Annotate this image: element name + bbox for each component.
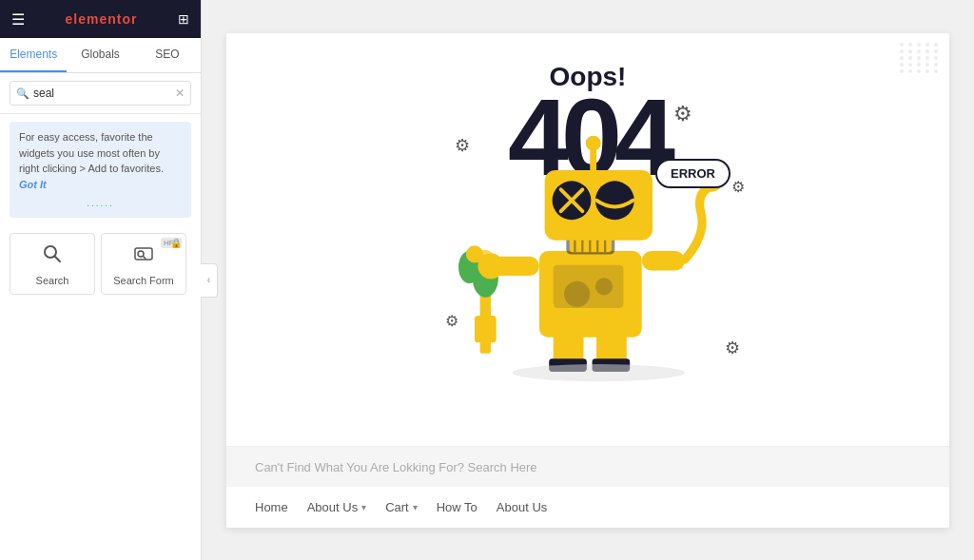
svg-rect-9 bbox=[475, 316, 497, 342]
nav-about-us-2-label: About Us bbox=[497, 500, 547, 514]
lock-icon: 🔒 bbox=[170, 238, 182, 248]
error-illustration: 404 ⚙ ⚙ ⚙ ⚙ ⚙ ERROR bbox=[426, 83, 750, 387]
nav-about-us-1[interactable]: About Us ▾ bbox=[307, 500, 366, 514]
search-hint-text: Can't Find What You Are Lokking For? Sea… bbox=[255, 460, 537, 474]
widget-search-form[interactable]: HFB 🔒 Search Form bbox=[101, 233, 186, 295]
svg-point-37 bbox=[513, 364, 685, 381]
search-widget-icon bbox=[42, 243, 63, 269]
chevron-down-icon-2: ▾ bbox=[413, 502, 418, 512]
elementor-logo: elementor bbox=[66, 11, 138, 27]
search-form-widget-label: Search Form bbox=[113, 275, 174, 286]
clear-icon[interactable]: ✕ bbox=[175, 87, 185, 100]
widget-search[interactable]: Search bbox=[10, 233, 95, 295]
svg-point-21 bbox=[466, 245, 483, 262]
bottom-nav: Home About Us ▾ Cart ▾ How To About Us bbox=[226, 487, 949, 528]
chevron-down-icon-1: ▾ bbox=[361, 502, 366, 512]
error-bubble: ERROR bbox=[655, 159, 730, 188]
svg-rect-19 bbox=[642, 251, 685, 270]
collapse-button[interactable]: ‹ bbox=[201, 263, 218, 298]
tab-seo[interactable]: SEO bbox=[134, 38, 201, 72]
nav-how-to-label: How To bbox=[437, 500, 477, 514]
search-icon: 🔍 bbox=[16, 87, 29, 100]
preview-search-bar[interactable]: Can't Find What You Are Lokking For? Sea… bbox=[226, 446, 949, 487]
tab-globals[interactable]: Globals bbox=[67, 38, 133, 72]
grid-icon[interactable]: ⊞ bbox=[178, 11, 189, 27]
svg-line-4 bbox=[144, 257, 146, 260]
search-wrapper: 🔍 ✕ bbox=[10, 81, 191, 106]
tabs-row: Elements Globals SEO bbox=[0, 38, 201, 73]
search-form-widget-icon bbox=[133, 243, 154, 269]
nav-cart-label: Cart bbox=[385, 500, 409, 514]
search-widget-label: Search bbox=[36, 275, 69, 286]
svg-point-32 bbox=[586, 135, 601, 150]
svg-point-16 bbox=[564, 280, 590, 306]
tip-text: For easy access, favorite the widgets yo… bbox=[19, 131, 164, 174]
svg-point-17 bbox=[595, 278, 613, 295]
tip-box: For easy access, favorite the widgets yo… bbox=[10, 122, 191, 218]
tip-dots: ...... bbox=[19, 196, 182, 210]
nav-about-us-2[interactable]: About Us bbox=[497, 500, 547, 514]
search-area: 🔍 ✕ bbox=[0, 73, 201, 114]
error-content: Oops! 404 ⚙ ⚙ ⚙ ⚙ ⚙ ERROR bbox=[226, 33, 949, 446]
nav-home[interactable]: Home bbox=[255, 500, 288, 514]
nav-how-to[interactable]: How To bbox=[437, 500, 477, 514]
corner-dots-tr bbox=[900, 43, 940, 73]
robot-svg bbox=[426, 83, 750, 387]
left-panel: ☰ elementor ⊞ Elements Globals SEO 🔍 ✕ F… bbox=[0, 0, 202, 560]
svg-rect-15 bbox=[554, 264, 624, 307]
hamburger-icon[interactable]: ☰ bbox=[11, 10, 25, 29]
nav-cart[interactable]: Cart ▾ bbox=[385, 500, 418, 514]
got-it-link[interactable]: Got It bbox=[19, 179, 47, 190]
nav-home-label: Home bbox=[255, 500, 288, 514]
search-input[interactable] bbox=[10, 81, 191, 106]
svg-point-34 bbox=[595, 181, 634, 220]
right-panel: Oops! 404 ⚙ ⚙ ⚙ ⚙ ⚙ ERROR bbox=[202, 0, 974, 560]
svg-rect-31 bbox=[590, 148, 596, 172]
widgets-grid: Search HFB 🔒 Search Form bbox=[0, 225, 201, 302]
preview-frame: Oops! 404 ⚙ ⚙ ⚙ ⚙ ⚙ ERROR bbox=[226, 33, 949, 528]
svg-line-1 bbox=[55, 257, 61, 262]
top-bar: ☰ elementor ⊞ bbox=[0, 0, 201, 38]
nav-about-us-1-label: About Us bbox=[307, 500, 358, 514]
tab-elements[interactable]: Elements bbox=[0, 38, 67, 72]
